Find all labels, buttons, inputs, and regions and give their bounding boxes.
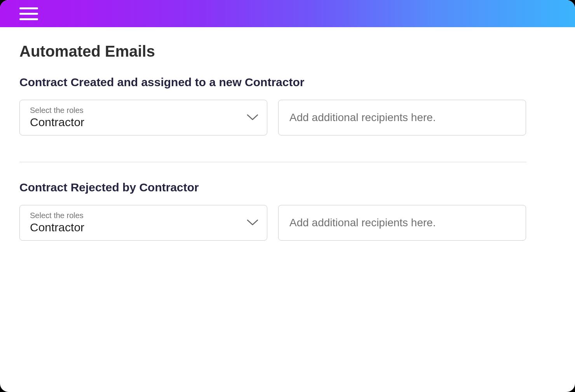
roles-select[interactable]: Select the roles Contractor <box>19 205 267 241</box>
recipients-input[interactable] <box>278 100 526 135</box>
section-heading-contract-rejected: Contract Rejected by Contractor <box>19 181 556 194</box>
recipients-input[interactable] <box>278 205 526 241</box>
select-value: Contractor <box>30 116 84 129</box>
hamburger-menu-button[interactable] <box>19 4 38 23</box>
roles-select[interactable]: Select the roles Contractor <box>19 100 267 135</box>
hamburger-icon <box>19 18 38 20</box>
app-screen: Automated Emails Contract Created and as… <box>0 0 575 392</box>
form-row: Select the roles Contractor <box>19 100 556 135</box>
hamburger-icon <box>19 13 38 15</box>
select-label: Select the roles <box>30 211 84 220</box>
select-text-wrap: Select the roles Contractor <box>30 106 84 129</box>
hamburger-icon <box>19 7 38 9</box>
page-content: Automated Emails Contract Created and as… <box>0 27 575 241</box>
select-text-wrap: Select the roles Contractor <box>30 211 84 234</box>
select-value: Contractor <box>30 221 84 234</box>
app-header <box>0 0 575 27</box>
page-title: Automated Emails <box>19 43 556 60</box>
section-heading-contract-created: Contract Created and assigned to a new C… <box>19 76 556 89</box>
chevron-down-icon <box>247 219 258 226</box>
select-label: Select the roles <box>30 106 84 115</box>
section-divider <box>19 162 526 162</box>
form-row: Select the roles Contractor <box>19 205 556 241</box>
chevron-down-icon <box>247 114 258 121</box>
